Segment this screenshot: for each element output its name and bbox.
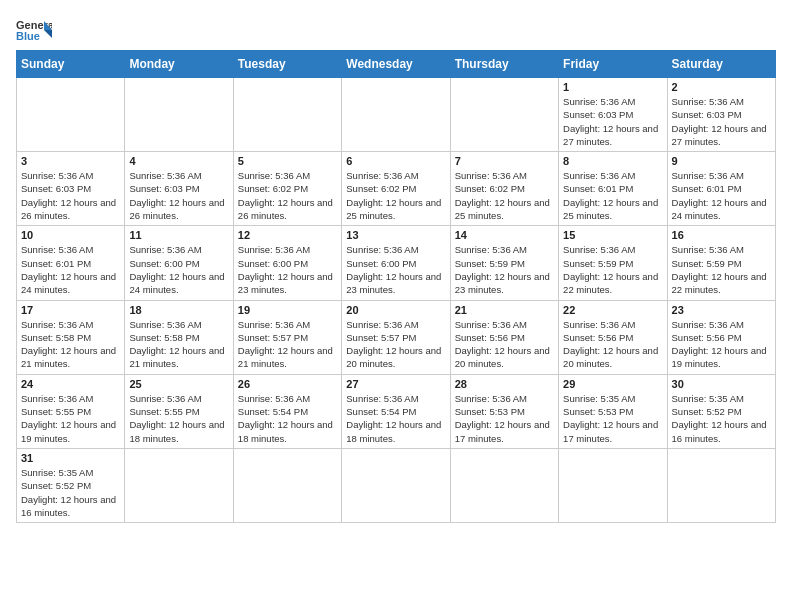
logo-svg: General Blue	[16, 16, 52, 44]
calendar-cell: 18Sunrise: 5:36 AM Sunset: 5:58 PM Dayli…	[125, 300, 233, 374]
day-info: Sunrise: 5:36 AM Sunset: 6:00 PM Dayligh…	[238, 243, 337, 296]
calendar-cell: 2Sunrise: 5:36 AM Sunset: 6:03 PM Daylig…	[667, 78, 775, 152]
day-number: 10	[21, 229, 120, 241]
calendar-table: SundayMondayTuesdayWednesdayThursdayFrid…	[16, 50, 776, 523]
svg-text:Blue: Blue	[16, 30, 40, 42]
calendar-cell: 3Sunrise: 5:36 AM Sunset: 6:03 PM Daylig…	[17, 152, 125, 226]
day-info: Sunrise: 5:36 AM Sunset: 6:02 PM Dayligh…	[346, 169, 445, 222]
day-info: Sunrise: 5:36 AM Sunset: 5:59 PM Dayligh…	[455, 243, 554, 296]
day-info: Sunrise: 5:36 AM Sunset: 6:02 PM Dayligh…	[455, 169, 554, 222]
day-of-week-header: Tuesday	[233, 51, 341, 78]
day-of-week-header: Wednesday	[342, 51, 450, 78]
calendar-cell: 19Sunrise: 5:36 AM Sunset: 5:57 PM Dayli…	[233, 300, 341, 374]
calendar-cell: 20Sunrise: 5:36 AM Sunset: 5:57 PM Dayli…	[342, 300, 450, 374]
calendar-cell: 6Sunrise: 5:36 AM Sunset: 6:02 PM Daylig…	[342, 152, 450, 226]
day-number: 6	[346, 155, 445, 167]
day-info: Sunrise: 5:36 AM Sunset: 5:56 PM Dayligh…	[672, 318, 771, 371]
calendar-cell: 7Sunrise: 5:36 AM Sunset: 6:02 PM Daylig…	[450, 152, 558, 226]
day-number: 25	[129, 378, 228, 390]
calendar-header: SundayMondayTuesdayWednesdayThursdayFrid…	[17, 51, 776, 78]
day-number: 19	[238, 304, 337, 316]
calendar-week-row: 31Sunrise: 5:35 AM Sunset: 5:52 PM Dayli…	[17, 448, 776, 522]
day-number: 21	[455, 304, 554, 316]
calendar-cell: 11Sunrise: 5:36 AM Sunset: 6:00 PM Dayli…	[125, 226, 233, 300]
calendar-week-row: 10Sunrise: 5:36 AM Sunset: 6:01 PM Dayli…	[17, 226, 776, 300]
calendar-cell: 24Sunrise: 5:36 AM Sunset: 5:55 PM Dayli…	[17, 374, 125, 448]
calendar-cell: 10Sunrise: 5:36 AM Sunset: 6:01 PM Dayli…	[17, 226, 125, 300]
day-number: 31	[21, 452, 120, 464]
day-number: 16	[672, 229, 771, 241]
day-info: Sunrise: 5:36 AM Sunset: 5:56 PM Dayligh…	[455, 318, 554, 371]
day-info: Sunrise: 5:36 AM Sunset: 6:01 PM Dayligh…	[21, 243, 120, 296]
day-number: 8	[563, 155, 662, 167]
calendar-cell: 9Sunrise: 5:36 AM Sunset: 6:01 PM Daylig…	[667, 152, 775, 226]
calendar-cell	[342, 448, 450, 522]
day-number: 13	[346, 229, 445, 241]
calendar-cell: 12Sunrise: 5:36 AM Sunset: 6:00 PM Dayli…	[233, 226, 341, 300]
day-number: 20	[346, 304, 445, 316]
day-number: 30	[672, 378, 771, 390]
calendar-cell: 8Sunrise: 5:36 AM Sunset: 6:01 PM Daylig…	[559, 152, 667, 226]
calendar-cell: 25Sunrise: 5:36 AM Sunset: 5:55 PM Dayli…	[125, 374, 233, 448]
calendar-cell	[450, 448, 558, 522]
calendar-cell	[233, 448, 341, 522]
day-info: Sunrise: 5:36 AM Sunset: 5:57 PM Dayligh…	[346, 318, 445, 371]
day-number: 24	[21, 378, 120, 390]
day-number: 18	[129, 304, 228, 316]
day-number: 23	[672, 304, 771, 316]
day-number: 29	[563, 378, 662, 390]
calendar-cell	[233, 78, 341, 152]
day-info: Sunrise: 5:36 AM Sunset: 6:03 PM Dayligh…	[672, 95, 771, 148]
calendar-cell: 28Sunrise: 5:36 AM Sunset: 5:53 PM Dayli…	[450, 374, 558, 448]
day-info: Sunrise: 5:36 AM Sunset: 5:59 PM Dayligh…	[563, 243, 662, 296]
calendar-week-row: 1Sunrise: 5:36 AM Sunset: 6:03 PM Daylig…	[17, 78, 776, 152]
day-number: 3	[21, 155, 120, 167]
day-of-week-header: Saturday	[667, 51, 775, 78]
calendar-cell: 17Sunrise: 5:36 AM Sunset: 5:58 PM Dayli…	[17, 300, 125, 374]
calendar-cell: 27Sunrise: 5:36 AM Sunset: 5:54 PM Dayli…	[342, 374, 450, 448]
calendar-cell	[125, 448, 233, 522]
day-info: Sunrise: 5:36 AM Sunset: 6:01 PM Dayligh…	[672, 169, 771, 222]
day-number: 1	[563, 81, 662, 93]
day-info: Sunrise: 5:35 AM Sunset: 5:53 PM Dayligh…	[563, 392, 662, 445]
day-info: Sunrise: 5:35 AM Sunset: 5:52 PM Dayligh…	[672, 392, 771, 445]
day-info: Sunrise: 5:36 AM Sunset: 5:58 PM Dayligh…	[129, 318, 228, 371]
calendar-cell: 31Sunrise: 5:35 AM Sunset: 5:52 PM Dayli…	[17, 448, 125, 522]
day-number: 28	[455, 378, 554, 390]
day-number: 27	[346, 378, 445, 390]
calendar-week-row: 3Sunrise: 5:36 AM Sunset: 6:03 PM Daylig…	[17, 152, 776, 226]
logo: General Blue	[16, 16, 52, 44]
calendar-cell	[342, 78, 450, 152]
day-number: 15	[563, 229, 662, 241]
day-info: Sunrise: 5:36 AM Sunset: 5:54 PM Dayligh…	[238, 392, 337, 445]
calendar-cell: 15Sunrise: 5:36 AM Sunset: 5:59 PM Dayli…	[559, 226, 667, 300]
day-info: Sunrise: 5:36 AM Sunset: 6:03 PM Dayligh…	[21, 169, 120, 222]
calendar-cell: 26Sunrise: 5:36 AM Sunset: 5:54 PM Dayli…	[233, 374, 341, 448]
day-info: Sunrise: 5:36 AM Sunset: 5:54 PM Dayligh…	[346, 392, 445, 445]
calendar-cell: 16Sunrise: 5:36 AM Sunset: 5:59 PM Dayli…	[667, 226, 775, 300]
day-info: Sunrise: 5:36 AM Sunset: 6:01 PM Dayligh…	[563, 169, 662, 222]
calendar-cell	[667, 448, 775, 522]
calendar-cell: 29Sunrise: 5:35 AM Sunset: 5:53 PM Dayli…	[559, 374, 667, 448]
day-of-week-header: Sunday	[17, 51, 125, 78]
day-number: 2	[672, 81, 771, 93]
calendar-body: 1Sunrise: 5:36 AM Sunset: 6:03 PM Daylig…	[17, 78, 776, 523]
calendar-cell: 14Sunrise: 5:36 AM Sunset: 5:59 PM Dayli…	[450, 226, 558, 300]
calendar-cell: 5Sunrise: 5:36 AM Sunset: 6:02 PM Daylig…	[233, 152, 341, 226]
calendar-cell	[450, 78, 558, 152]
header: General Blue	[16, 16, 776, 44]
calendar-cell	[125, 78, 233, 152]
calendar-cell: 22Sunrise: 5:36 AM Sunset: 5:56 PM Dayli…	[559, 300, 667, 374]
day-of-week-header: Thursday	[450, 51, 558, 78]
day-number: 7	[455, 155, 554, 167]
day-info: Sunrise: 5:36 AM Sunset: 6:00 PM Dayligh…	[346, 243, 445, 296]
day-info: Sunrise: 5:36 AM Sunset: 5:56 PM Dayligh…	[563, 318, 662, 371]
day-number: 5	[238, 155, 337, 167]
calendar-week-row: 24Sunrise: 5:36 AM Sunset: 5:55 PM Dayli…	[17, 374, 776, 448]
calendar-cell: 1Sunrise: 5:36 AM Sunset: 6:03 PM Daylig…	[559, 78, 667, 152]
day-number: 9	[672, 155, 771, 167]
day-info: Sunrise: 5:36 AM Sunset: 6:02 PM Dayligh…	[238, 169, 337, 222]
day-info: Sunrise: 5:36 AM Sunset: 5:53 PM Dayligh…	[455, 392, 554, 445]
day-number: 12	[238, 229, 337, 241]
calendar-cell	[559, 448, 667, 522]
